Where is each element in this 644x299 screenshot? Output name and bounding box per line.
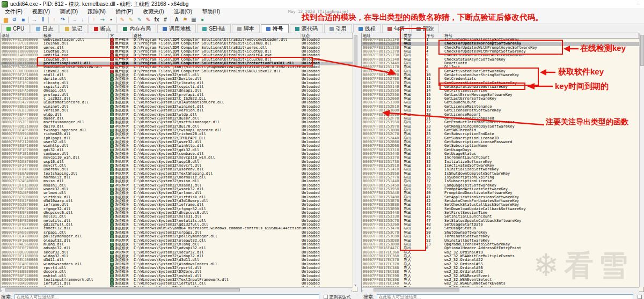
module-row[interactable]: 00007FFBE0A00000textshaping.dll系统模块C:\Wi…	[1, 172, 353, 176]
module-row[interactable]: 00007FFB7DDB0000embeddedbrowserwebview.d…	[1, 65, 353, 69]
module-row[interactable]: 00007FFBF1B10000combase.dll系统模块C:\Window…	[1, 152, 353, 156]
symbol-row[interactable]: 00007FFB817EC388导入ws2_32.Ordinal#52	[362, 270, 640, 274]
tab-threads[interactable]: 线程	[353, 24, 381, 33]
module-row[interactable]: 0000000014270000uiautomationcore.dll系统模块…	[1, 101, 353, 105]
restart-icon[interactable]: ↺	[10, 16, 19, 24]
modules-column-header[interactable]: 模块	[42, 33, 109, 38]
symbols-column-header[interactable]: 地址	[362, 33, 402, 38]
pause-icon[interactable]: ‖	[39, 16, 47, 24]
module-row[interactable]: 00007FFBE9F80000dhcpcsvc6.dll系统模块C:\Wind…	[1, 211, 353, 215]
module-row[interactable]: 00007FFBEAB50000twinapi.appcore.dll系统模块C…	[1, 129, 353, 132]
symbol-row[interactable]: 00007FFB81253600导出19GetLicensePathSoftwa…	[362, 109, 640, 113]
module-row[interactable]: 00007FFBF1FC0000clbcatq.dll系统模块C:\Window…	[1, 81, 353, 85]
symbol-row[interactable]: 00007FFB81253B70导出42SetAutoCheckForUpdat…	[362, 199, 640, 203]
module-row[interactable]: 00007FFBDE090000secur32.dll系统模块C:\Window…	[1, 251, 353, 255]
symbol-row[interactable]: 00007FFB81251230导出5CheckLicenseForCloudS…	[362, 54, 640, 57]
module-row[interactable]: 00007FFBF01E0000msasn1.dll系统模块C:\Windows…	[1, 184, 353, 188]
module-row[interactable]: 00007FFB57F50000duser.dll系统模块C:\Windows\…	[1, 117, 353, 121]
symbol-row[interactable]: 00007FFB81253A40导出40PromptAndDeactivateS…	[362, 191, 640, 195]
menu-item-trace[interactable]: 跟踪(N)	[83, 8, 111, 16]
symbol-row[interactable]: 00007FFB81252C70导出25GetSubscriptionEndDa…	[362, 132, 640, 136]
modules-horizontal-scrollbar[interactable]: ‹ ›	[1, 287, 353, 292]
favourites-icon[interactable]: ⚑	[181, 16, 189, 24]
hash-icon[interactable]: #	[161, 16, 170, 24]
modules-hscroll-thumb[interactable]	[5, 288, 240, 291]
symbol-row[interactable]: 00007FFB81253950导出39PromptAndActivateSof…	[362, 188, 640, 191]
symbol-row[interactable]: 00007FFB817EC3A8导入ws2_32.WSACreateEvent	[362, 286, 640, 287]
symbol-row[interactable]: 00007FFB81253330导出46SetInitialLaunchCoun…	[362, 215, 640, 219]
modules-search-input[interactable]	[14, 294, 319, 299]
symbol-row[interactable]: 00007FFB812527B0导出11GetCredentials	[362, 77, 640, 81]
module-row[interactable]: 00007FFB57FF0000msctfuimanager.dll系统模块C:…	[1, 121, 353, 124]
tab-cpu[interactable]: CPU	[1, 24, 30, 33]
module-row[interactable]: 00007FFBDE870000usp10.dll系统模块C:\Windows\…	[1, 160, 353, 164]
module-row[interactable]: 00007FFB898C0000icuuc68.dll用户模块D:\Progra…	[1, 58, 353, 62]
tab-notes[interactable]: 笔记	[60, 24, 87, 33]
module-row[interactable]: 00007FFBF1180000wldap32.dll系统模块C:\Window…	[1, 255, 353, 258]
calculator-icon[interactable]: ▦	[189, 16, 198, 24]
step-out-icon[interactable]: ↓	[78, 16, 87, 24]
module-row[interactable]: 00007FFB52B70000ieframe.dll系统模块C:\Window…	[1, 203, 353, 207]
symbol-row[interactable]: 00007FFB81253440导出7Deactivate	[362, 62, 640, 65]
module-row[interactable]: 00007FFBEFB20000netutils.dll系统模块C:\Windo…	[1, 219, 353, 223]
symbol-row[interactable]: 00007FFB81253310导出29GetUsageDays	[362, 148, 640, 152]
module-row[interactable]: 00007FFBD3210000msls31.dll系统模块C:\Windows…	[1, 215, 353, 219]
symbol-row[interactable]: 00007FFB81253910导出33IsActivatedSoftwareK…	[362, 164, 640, 168]
symbol-row[interactable]: 00007FFB817EC368导入ws2_32.WSAWaitForMulti…	[362, 255, 640, 258]
module-row[interactable]: 00007FFBF0B70000gdi32full.dll系统模块C:\Wind…	[1, 223, 353, 227]
module-row[interactable]: 00007FFBF19A0000normaliz.dll系统模块C:\Windo…	[1, 176, 353, 180]
module-row[interactable]: 00007FFBE04A0000comctl32.dll系统模块C:\Windo…	[1, 227, 353, 231]
symbol-row[interactable]: 00007FFB81253B90导出44SetDownloadUpdateCal…	[362, 207, 640, 211]
symbols-horizontal-scrollbar[interactable]: ‹	[362, 287, 639, 292]
tab-breakpoints[interactable]: 断点	[89, 24, 116, 33]
symbol-row[interactable]: 00007FFB817EC360导入ws2_32.Ordinal#19	[362, 251, 640, 255]
symbols-column-header[interactable]: 符号	[443, 33, 639, 38]
symbol-row[interactable]: 00007FFB81253440导出30GetUsageStatus	[362, 152, 640, 156]
symbols-hscroll-left-arrow[interactable]: ‹	[362, 288, 363, 293]
modules-vertical-scrollbar[interactable]: ∨	[353, 33, 357, 287]
comment-icon[interactable]: ✎	[135, 16, 144, 24]
symbol-row[interactable]: 00007FFB817EC380导入ws2_32.Ordinal#56	[362, 266, 640, 270]
symbol-row[interactable]: 00007FFB81253440导出45SetFirstSessionTime	[362, 211, 640, 215]
symbols-hscroll-thumb[interactable]	[374, 288, 459, 291]
module-row[interactable]: 00007FFBDA890000iertutil.dll系统模块C:\Windo…	[1, 282, 353, 286]
symbol-row[interactable]: 00007FFB81252550导出15GetLastErrorMessageS…	[362, 93, 640, 97]
pencil-icon[interactable]: ✎	[118, 16, 127, 24]
module-row[interactable]: 00007FFBDD210000du170.dll系统模块C:\Windows\…	[1, 125, 353, 129]
symbol-row[interactable]: 00007FFB81253D80导出52UninstallSoftwareKey	[362, 239, 640, 243]
module-row[interactable]: 00007FFBDB2A0000dcomp.dll系统模块C:\Windows\…	[1, 286, 353, 287]
tab-trace[interactable]: 跟踪	[411, 24, 439, 33]
symbols-column-header[interactable]: 序号	[425, 33, 443, 38]
modules-column-header[interactable]: 状态	[301, 33, 353, 38]
menu-item-help[interactable]: 帮助(H)	[197, 8, 225, 16]
open-file-icon[interactable]: ▆	[2, 16, 10, 24]
modules-column-header[interactable]: 路径	[133, 33, 301, 38]
modules-vscroll-down-arrow[interactable]: ∨	[354, 283, 356, 287]
module-row[interactable]: 00007FFBAE560000mlang.dll系统模块C:\Windows\…	[1, 243, 353, 246]
tab-symbols[interactable]: 符号	[261, 24, 289, 33]
module-row[interactable]: 00007FFBEFF70000wldp.dll系统模块C:\Windows\S…	[1, 113, 353, 117]
module-row[interactable]: 00007FFBF04F0000userenv.dll系统模块C:\Window…	[1, 168, 353, 171]
modules-column-header[interactable]: 方	[109, 33, 133, 38]
module-row[interactable]: 00007FFBF1870000rpcrt4.dll系统模块C:\Windows…	[1, 266, 353, 270]
module-row[interactable]: 00007FFBF0F20000cfgmgr32.dll系统模块C:\Windo…	[1, 207, 353, 211]
symbol-row[interactable]: 00007FFB81253C80导出51TerminateSoftwareKey	[362, 235, 640, 238]
skip-icon[interactable]: ⇢	[98, 16, 107, 24]
symbol-row[interactable]: 00007FFB816F4A7C导出0OptionalHeader.Addres…	[362, 246, 640, 250]
module-row[interactable]: 00007FFBEA8E0000windowscodecs.dll系统模块C:\…	[1, 263, 353, 266]
module-row[interactable]: 00007FFBF1E70000gdi32.dll系统模块C:\Windows\…	[1, 148, 353, 152]
symbol-row[interactable]: 00007FFB81253B80导出43SetCheckStatusCallba…	[362, 203, 640, 207]
module-row[interactable]: 00007FFBF10E0000oleaut32.dll系统模块C:\Windo…	[1, 239, 353, 243]
modules-hscroll-left-arrow[interactable]: ‹	[1, 288, 2, 293]
symbol-row[interactable]: 00007FFB81253260导出48SetUsageStartDate	[362, 223, 640, 227]
run-icon[interactable]: →	[30, 16, 39, 24]
highlight-icon[interactable]: ✎	[144, 16, 152, 24]
module-row[interactable]: 00007FFBAE630000srpapi.dll系统模块C:\Windows…	[1, 231, 353, 235]
symbols-vscroll-thumb[interactable]	[640, 35, 644, 66]
module-row[interactable]: 00007FFBEC400000d3d11.dll系统模块C:\Windows\…	[1, 258, 353, 262]
module-row[interactable]: 00007FFBDC900000textinputframework.dll系统…	[1, 278, 353, 282]
modules-regex-checkbox[interactable]	[324, 295, 328, 299]
symbol-row[interactable]: 00007FFB81253D80导出53UpgradeLicense4to5So…	[362, 243, 640, 246]
module-row[interactable]: 00007FFB99940000riched20.dll系统模块C:\Windo…	[1, 132, 353, 136]
symbol-row[interactable]: 00007FFB81252660导出16GetLastErrorSoftware…	[362, 97, 640, 101]
